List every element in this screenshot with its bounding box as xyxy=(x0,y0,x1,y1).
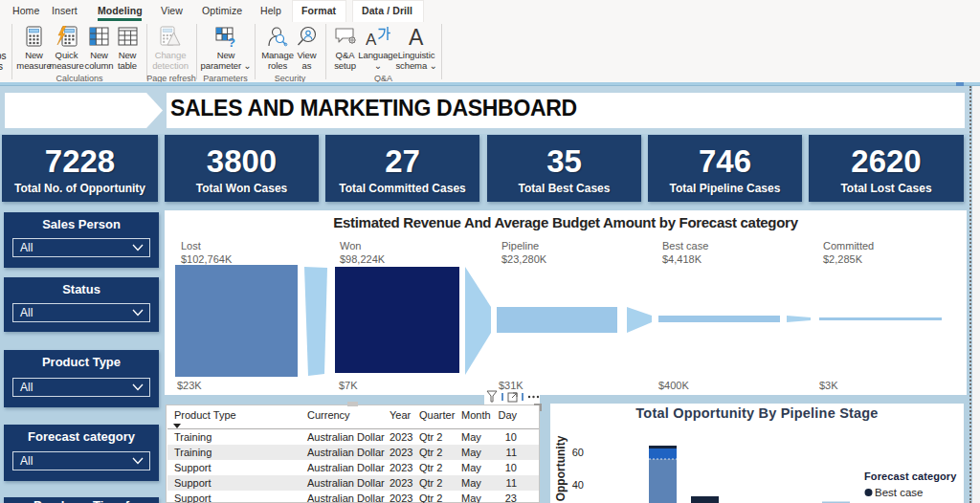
svg-text:A: A xyxy=(409,26,424,47)
svg-text:Best case: Best case xyxy=(875,487,924,498)
svg-text:A: A xyxy=(366,31,377,47)
svg-text:?: ? xyxy=(228,34,235,47)
